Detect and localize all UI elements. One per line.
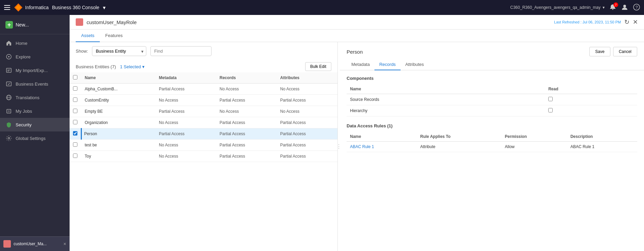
- row-checkbox-cell: [70, 106, 81, 117]
- row-checkbox-3[interactable]: [73, 120, 77, 124]
- row-checkbox-6[interactable]: [73, 154, 77, 158]
- row-checkbox-cell: [70, 84, 81, 95]
- page-title-icon: [76, 18, 83, 26]
- sidebar-item-global-settings[interactable]: Global Settings: [0, 131, 70, 145]
- source-records-read-checkbox[interactable]: [548, 97, 553, 101]
- user-icon: [621, 3, 628, 11]
- new-button[interactable]: + New...: [0, 18, 70, 32]
- entity-table-container: Name Metadata Records Attributes: [70, 72, 337, 251]
- hamburger-icon[interactable]: [4, 5, 10, 10]
- app-switcher[interactable]: ▾: [103, 4, 106, 11]
- sidebar-item-import[interactable]: My Import/Exp...: [0, 64, 70, 77]
- comp-read-source: [545, 94, 637, 105]
- component-row: Hierarchy: [347, 105, 637, 116]
- bulk-edit-button[interactable]: Bulk Edit: [305, 62, 331, 71]
- cell-records: Partial Access: [216, 128, 277, 140]
- cell-metadata: No Access: [155, 140, 216, 151]
- cell-name: Alpha_CustomB...: [81, 84, 156, 95]
- sidebar-item-home[interactable]: Home: [0, 36, 70, 50]
- refresh-button[interactable]: ↻: [624, 18, 629, 26]
- row-checkbox-cell: [70, 151, 81, 162]
- row-checkbox-1[interactable]: [73, 97, 77, 102]
- left-panel: Show: Business Entity Feature Role ▾ Bus…: [70, 42, 338, 251]
- hierarchy-read-checkbox[interactable]: [548, 108, 553, 112]
- dar-table: Name Rule Applies To Permission: [347, 132, 637, 152]
- tab-assets[interactable]: Assets: [76, 30, 100, 42]
- help-button[interactable]: ?: [633, 4, 640, 12]
- main-layout: + New... Home Explore My Import/Exp...: [0, 15, 644, 251]
- select-all-header: [70, 72, 81, 84]
- selected-badge[interactable]: 1 Selected ▾: [120, 64, 145, 69]
- notification-button[interactable]: 7: [609, 4, 616, 12]
- tab-bar: Assets Features: [70, 30, 644, 42]
- col-records: Records: [216, 72, 277, 84]
- row-checkbox-2[interactable]: [73, 109, 77, 113]
- row-checkbox-cell: [70, 95, 81, 106]
- dar-row: ABAC Rule 1 Attribute Allow: [347, 142, 637, 152]
- sidebar-item-explore[interactable]: Explore: [0, 50, 70, 64]
- cell-records: No Access: [216, 84, 277, 95]
- explore-icon: [5, 53, 12, 60]
- sidebar-item-business-events[interactable]: Business Events: [0, 77, 70, 91]
- question-icon: ?: [633, 4, 640, 11]
- cell-metadata: Partial Access: [155, 84, 216, 95]
- close-page-button[interactable]: ✕: [633, 18, 638, 26]
- svg-rect-7: [6, 68, 11, 72]
- topnav-left: Informatica Business 360 Console ▾: [4, 3, 106, 12]
- sidebar-global-settings-label: Global Settings: [16, 136, 45, 141]
- cell-metadata: No Access: [155, 117, 216, 128]
- save-button[interactable]: Save: [589, 47, 610, 56]
- user-avatar[interactable]: [621, 3, 628, 12]
- cancel-button[interactable]: Cancel: [613, 47, 637, 56]
- content-area: customUser_MayRole Last Refreshed : Jul …: [70, 15, 644, 251]
- abac-rule-link[interactable]: ABAC Rule 1: [350, 144, 374, 149]
- my-jobs-icon: [5, 108, 12, 114]
- svg-point-6: [8, 56, 10, 57]
- entity-type-select[interactable]: Business Entity Feature Role: [92, 46, 146, 56]
- select-all-checkbox[interactable]: [73, 75, 77, 79]
- notification-badge: 7: [613, 2, 618, 7]
- components-title: Components: [347, 76, 637, 81]
- sidebar-security-label: Security: [16, 122, 32, 127]
- cell-metadata: No Access: [155, 95, 216, 106]
- page-title: customUser_MayRole: [87, 19, 137, 25]
- sidebar-divider-1: [0, 34, 70, 34]
- components-table: Name Read Source Rec: [347, 84, 637, 116]
- env-selector[interactable]: C360_R360_Avengers_avengers_qa_admin_may…: [510, 5, 605, 10]
- right-tab-records[interactable]: Records: [374, 59, 400, 70]
- cell-attributes: Partial Access: [277, 95, 337, 106]
- split-panel: Show: Business Entity Feature Role ▾ Bus…: [70, 42, 644, 251]
- right-tab-metadata[interactable]: Metadata: [347, 59, 374, 70]
- env-chevron-icon: ▾: [603, 5, 605, 10]
- tab-features[interactable]: Features: [100, 30, 128, 42]
- topnav-right: C360_R360_Avengers_avengers_qa_admin_may…: [510, 3, 640, 12]
- env-name: C360_R360_Avengers_avengers_qa_admin_may: [510, 5, 601, 10]
- selected-text: 1 Selected: [120, 64, 141, 69]
- right-tab-attributes[interactable]: Attributes: [401, 59, 429, 70]
- sidebar-my-jobs-label: My Jobs: [16, 109, 32, 114]
- comp-name-hierarchy: Hierarchy: [347, 105, 545, 116]
- comp-read-hierarchy: [545, 105, 637, 116]
- sidebar: + New... Home Explore My Import/Exp...: [0, 15, 70, 251]
- cell-attributes: No Access: [277, 106, 337, 117]
- entity-count: Business Entities (7): [76, 64, 116, 69]
- col-name: Name: [81, 72, 156, 84]
- cell-metadata: No Access: [155, 151, 216, 162]
- col-attributes: Attributes: [277, 72, 337, 84]
- component-row: Source Records: [347, 94, 637, 105]
- row-checkbox-0[interactable]: [73, 86, 77, 91]
- comp-col-read: Read: [545, 84, 637, 94]
- row-checkbox-cell: [70, 140, 81, 151]
- table-row: PersonPartial AccessPartial AccessPartia…: [70, 128, 337, 140]
- page-header-left: customUser_MayRole: [76, 18, 137, 26]
- cell-name: Organization: [81, 117, 156, 128]
- sidebar-item-translations[interactable]: Translations: [0, 91, 70, 104]
- row-checkbox-5[interactable]: [73, 142, 77, 147]
- row-checkbox-4[interactable]: [73, 131, 77, 136]
- sidebar-item-my-jobs[interactable]: My Jobs: [0, 104, 70, 118]
- row-checkbox-cell: [70, 117, 81, 128]
- sidebar-item-security[interactable]: Security: [0, 118, 70, 131]
- close-tab-button[interactable]: ×: [63, 241, 66, 247]
- entity-table-header-row: Name Metadata Records Attributes: [70, 72, 337, 84]
- find-input[interactable]: [150, 46, 211, 56]
